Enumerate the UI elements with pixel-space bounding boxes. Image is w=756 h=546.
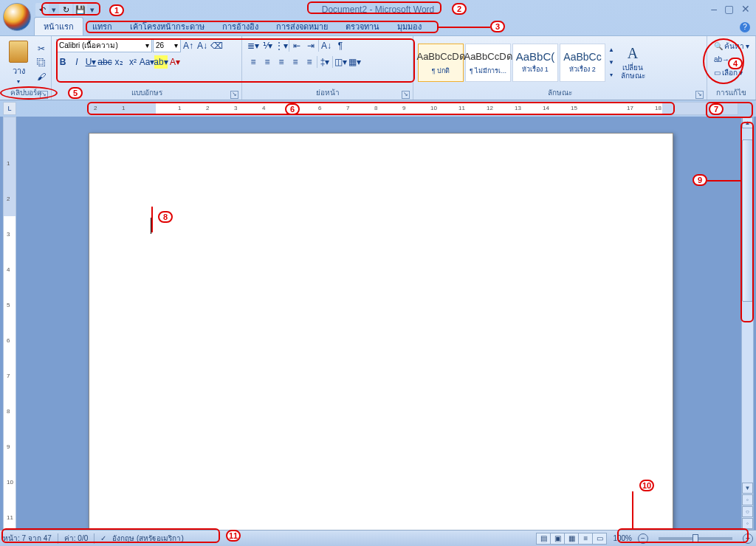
document-page[interactable] <box>89 133 673 530</box>
font-color-button[interactable]: A▾ <box>168 55 182 69</box>
style-normal[interactable]: AaBbCcDด ¶ ปกติ <box>418 44 464 82</box>
superscript-button[interactable]: x² <box>126 55 140 69</box>
next-page-button[interactable]: ◦ <box>742 518 753 529</box>
paste-icon <box>9 41 28 63</box>
styles-launcher[interactable]: ↘ <box>695 91 704 99</box>
scroll-up-button[interactable]: ▲ <box>742 117 753 128</box>
justify-button[interactable]: ≡ <box>289 55 302 69</box>
tab-home[interactable]: หน้าแรก <box>34 17 83 35</box>
numbering-button[interactable]: ⅟▾ <box>261 39 274 52</box>
grow-font-button[interactable]: A↑ <box>182 39 195 52</box>
change-styles-icon: A <box>628 45 638 62</box>
strike-button[interactable]: abc <box>98 55 111 69</box>
full-screen-view[interactable]: ▣ <box>550 533 565 545</box>
zoom-thumb[interactable] <box>693 534 698 543</box>
copy-button[interactable]: ⿻ <box>35 56 48 69</box>
outline-view[interactable]: ≡ <box>578 533 593 545</box>
increase-indent-button[interactable]: ⇥ <box>304 39 317 52</box>
distributed-button[interactable]: ≡ <box>303 55 316 69</box>
find-button[interactable]: 🔍ค้นหา▾ <box>712 39 751 53</box>
draft-view[interactable]: ▭ <box>592 533 607 545</box>
clear-format-button[interactable]: ⌫ <box>210 39 223 52</box>
tab-review[interactable]: ตรวจทาน <box>337 18 388 35</box>
change-styles-label: เปลี่ยน ลักษณะ <box>621 63 645 80</box>
underline-button[interactable]: U ▾ <box>84 55 97 69</box>
align-left-button[interactable]: ≡ <box>247 55 260 69</box>
change-styles-button[interactable]: A เปลี่ยน ลักษณะ <box>617 44 648 81</box>
office-button[interactable] <box>3 3 31 31</box>
align-center-button[interactable]: ≡ <box>261 55 274 69</box>
bullets-button[interactable]: ≣▾ <box>247 39 260 52</box>
tab-mailings[interactable]: การส่งจดหมาย <box>267 18 337 35</box>
styles-scroll-down[interactable]: ▼ <box>607 57 616 69</box>
word-count[interactable]: ค่า: 0/0 <box>64 533 88 544</box>
line-spacing-button[interactable]: ‡▾ <box>318 55 331 69</box>
tab-page-layout[interactable]: เค้าโครงหน้ากระดาษ <box>121 18 213 35</box>
borders-button[interactable]: ▦▾ <box>348 55 361 69</box>
editing-label: การแก้ไข <box>710 87 752 100</box>
zoom-out-button[interactable]: − <box>638 533 648 544</box>
cut-button[interactable]: ✂ <box>35 42 48 55</box>
maximize-button[interactable]: ▢ <box>724 3 734 15</box>
page-status[interactable]: หน้า: 7 จาก 47 <box>3 533 52 544</box>
font-name-combo[interactable]: Calibri (เนื้อความ)▾ <box>56 39 152 52</box>
document-workspace: 1234567891011 ▲ ▼ ◦ ○ ◦ <box>0 117 756 530</box>
paste-button[interactable]: วาง ▼ <box>3 39 34 86</box>
multilevel-button[interactable]: ⋮▾ <box>275 39 288 52</box>
language-status[interactable]: อังกฤษ (สหรัฐอเมริกา) <box>112 533 183 544</box>
document-scroll-area[interactable] <box>16 117 756 530</box>
browse-object-button[interactable]: ○ <box>742 506 753 517</box>
undo-dropdown[interactable]: ▾ <box>50 3 58 16</box>
find-label: ค้นหา <box>724 41 744 52</box>
clipboard-launcher[interactable]: ↘ <box>40 91 48 99</box>
italic-button[interactable]: I <box>70 55 83 69</box>
redo-icon: ↻ <box>63 5 69 15</box>
help-icon[interactable]: ? <box>740 22 750 32</box>
close-button[interactable]: ✕ <box>741 3 750 15</box>
shrink-font-button[interactable]: A↓ <box>196 39 209 52</box>
scroll-thumb[interactable] <box>742 139 753 302</box>
shading-button[interactable]: ◫▾ <box>334 55 347 69</box>
print-layout-view[interactable]: ▤ <box>536 533 551 545</box>
change-case-button[interactable]: Aa▾ <box>140 55 154 69</box>
minimize-button[interactable]: – <box>711 3 717 15</box>
paragraph-launcher[interactable]: ↘ <box>402 91 410 99</box>
vertical-ruler[interactable]: 1234567891011 <box>3 117 16 530</box>
vertical-scrollbar[interactable]: ▲ ▼ ◦ ○ ◦ <box>741 117 754 530</box>
tab-insert[interactable]: แทรก <box>83 18 121 35</box>
format-painter-button[interactable]: 🖌 <box>35 70 48 83</box>
styles-more[interactable]: ▾ <box>607 69 616 81</box>
tab-view[interactable]: มุมมอง <box>388 18 430 35</box>
style-no-spacing[interactable]: AaBbCcDด ¶ ไม่มีการเ... <box>465 44 511 82</box>
style-preview: AaBbC( <box>516 50 555 63</box>
redo-button[interactable]: ↻ <box>59 3 72 16</box>
horizontal-ruler[interactable]: 211234567891011121314151718 <box>87 102 738 115</box>
style-heading1[interactable]: AaBbC( หัวเรื่อง 1 <box>512 44 558 82</box>
style-heading2[interactable]: AaBbCc หัวเรื่อง 2 <box>560 44 605 82</box>
highlight-button[interactable]: ab▾ <box>154 55 168 69</box>
prev-page-button[interactable]: ◦ <box>742 494 753 505</box>
zoom-in-button[interactable]: + <box>743 533 753 544</box>
undo-button[interactable]: ↶ <box>35 3 49 16</box>
show-marks-button[interactable]: ¶ <box>334 39 347 52</box>
font-launcher[interactable]: ↘ <box>230 91 238 99</box>
styles-scroll-up[interactable]: ▲ <box>607 44 616 56</box>
subscript-button[interactable]: x₂ <box>112 55 126 69</box>
decrease-indent-button[interactable]: ⇤ <box>290 39 303 52</box>
font-size-combo[interactable]: 26▾ <box>153 39 181 52</box>
scroll-down-button[interactable]: ▼ <box>742 483 753 494</box>
replace-button[interactable]: ab→ <box>712 54 751 65</box>
save-button[interactable]: 💾 <box>74 3 87 16</box>
tab-references[interactable]: การอ้างอิง <box>213 18 267 35</box>
sort-button[interactable]: A↓ <box>320 39 333 52</box>
web-layout-view[interactable]: ▦ <box>564 533 579 545</box>
bold-button[interactable]: B <box>56 55 69 69</box>
spell-check-icon[interactable]: ✓ <box>100 534 106 542</box>
select-button[interactable]: ▭เลือก▾ <box>712 66 751 80</box>
zoom-slider[interactable] <box>659 537 732 540</box>
zoom-level[interactable]: 100% <box>613 534 632 542</box>
tab-selector[interactable]: L <box>3 102 16 115</box>
align-right-button[interactable]: ≡ <box>275 55 288 69</box>
qat-customize[interactable]: ▾ <box>89 3 96 16</box>
styles-label: ลักษณะ↘ <box>416 87 704 100</box>
